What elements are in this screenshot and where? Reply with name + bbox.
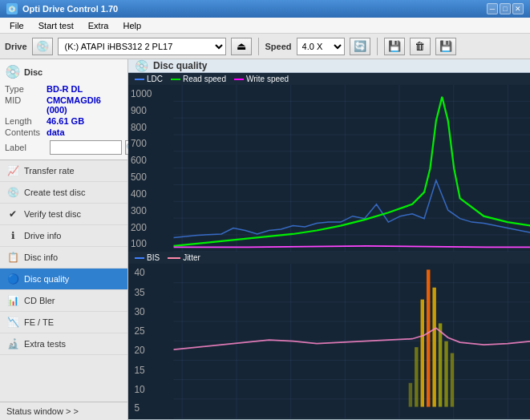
ldc-label: LDC (147, 75, 163, 83)
sidebar-item-extra-tests[interactable]: 🔬 Extra tests (0, 333, 127, 355)
eject-button[interactable]: ⏏ (231, 38, 252, 55)
mid-value: CMCMAGDI6 (000) (47, 95, 123, 115)
save-button[interactable]: 💾 (435, 38, 456, 55)
close-button[interactable]: ✕ (512, 3, 524, 14)
disc-panel: 💿 Disc Type BD-R DL MID CMCMAGDI6 (000) … (0, 59, 127, 160)
svg-rect-0 (174, 85, 530, 252)
svg-text:1000: 1000 (131, 88, 152, 99)
disc-quality-header: 💿 Disc quality (128, 59, 530, 73)
fe-te-icon: 📉 (6, 316, 19, 329)
svg-text:10: 10 (134, 384, 145, 395)
maximize-button[interactable]: □ (500, 3, 511, 14)
drive-icon: 💿 (32, 38, 53, 55)
jitter-label: Jitter (183, 253, 200, 262)
svg-text:5: 5 (134, 403, 140, 414)
menu-help[interactable]: Help (116, 19, 148, 32)
status-window-button[interactable]: Status window > > (0, 402, 127, 420)
svg-text:500: 500 (131, 172, 147, 183)
sidebar-item-transfer-rate[interactable]: 📈 Transfer rate (0, 160, 127, 182)
sidebar-item-cd-bler[interactable]: 📊 CD Bler (0, 290, 127, 312)
svg-rect-50 (451, 353, 454, 407)
svg-rect-48 (439, 324, 442, 407)
menu-extra[interactable]: Extra (82, 19, 115, 32)
chart1-wrapper: LDC Read speed Write speed (128, 73, 530, 252)
sidebar: 💿 Disc Type BD-R DL MID CMCMAGDI6 (000) … (0, 59, 128, 420)
cd-bler-icon: 📊 (6, 294, 19, 307)
svg-rect-46 (427, 270, 430, 407)
type-label: Type (5, 84, 47, 94)
refresh-button[interactable]: 🔄 (350, 38, 370, 55)
disc-button[interactable]: 💾 (384, 38, 405, 55)
separator-2 (377, 38, 378, 55)
label-label: Label (5, 143, 47, 152)
jitter-dot (168, 257, 180, 259)
svg-text:900: 900 (131, 105, 147, 116)
drive-label: Drive (5, 42, 27, 51)
write-speed-dot (234, 79, 244, 80)
svg-text:300: 300 (131, 205, 147, 216)
svg-text:200: 200 (131, 222, 147, 233)
sidebar-item-verify-test-disc[interactable]: ✔ Verify test disc (0, 204, 127, 225)
dq-title: Disc quality (153, 60, 207, 71)
menu-file[interactable]: File (3, 19, 30, 32)
chart2-svg: 40 35 30 25 20 15 10 5 20% 16% 12% 8% 4% (128, 264, 530, 418)
bis-dot (135, 257, 144, 259)
svg-rect-49 (444, 341, 447, 407)
erase-button[interactable]: 🗑 (410, 38, 431, 55)
speed-selector[interactable]: 4.0 X (297, 38, 345, 55)
toolbar: Drive 💿 (K:) ATAPI iHBS312 2 PL17 ⏏ Spee… (0, 34, 530, 59)
disc-info-icon: 📋 (6, 251, 19, 264)
drive-info-label: Drive info (24, 231, 61, 240)
svg-text:30: 30 (134, 306, 145, 317)
jitter-legend: Jitter (168, 253, 200, 262)
sidebar-item-create-test-disc[interactable]: 💿 Create test disc (0, 182, 127, 204)
create-test-disc-label: Create test disc (24, 188, 85, 197)
dq-icon: 💿 (135, 59, 148, 72)
ldc-legend: LDC (135, 75, 163, 83)
app-icon: 💿 (6, 3, 18, 14)
transfer-rate-icon: 📈 (6, 164, 19, 177)
svg-text:800: 800 (131, 122, 147, 133)
svg-text:40: 40 (134, 267, 145, 278)
disc-quality-icon: 🔵 (6, 273, 19, 285)
svg-text:700: 700 (131, 138, 147, 149)
drive-selector[interactable]: (K:) ATAPI iHBS312 2 PL17 (58, 38, 226, 55)
cd-bler-label: CD Bler (24, 296, 55, 305)
bis-label: BIS (147, 253, 160, 262)
svg-rect-51 (415, 347, 418, 406)
read-speed-legend: Read speed (171, 75, 226, 83)
transfer-rate-label: Transfer rate (24, 166, 75, 176)
charts-area: LDC Read speed Write speed (128, 73, 530, 419)
chart1-legend: LDC Read speed Write speed (128, 73, 530, 85)
svg-rect-52 (409, 383, 412, 407)
status-window-label: Status window > > (6, 406, 79, 416)
chart2-legend: BIS Jitter (128, 252, 530, 264)
chart2-wrapper: BIS Jitter 40 (128, 252, 530, 418)
menu-bar: File Start test Extra Help (0, 18, 530, 34)
contents-value: data (47, 127, 65, 137)
sidebar-item-disc-info[interactable]: 📋 Disc info (0, 247, 127, 269)
minimize-button[interactable]: ─ (487, 3, 498, 14)
svg-text:35: 35 (134, 287, 145, 298)
length-value: 46.61 GB (47, 116, 84, 126)
menu-start-test[interactable]: Start test (32, 19, 80, 32)
svg-text:400: 400 (131, 188, 147, 200)
sidebar-item-fe-te[interactable]: 📉 FE / TE (0, 312, 127, 333)
drive-info-icon: ℹ (6, 229, 19, 242)
app-title: Opti Drive Control 1.70 (22, 4, 118, 14)
sidebar-item-drive-info[interactable]: ℹ Drive info (0, 225, 127, 247)
sidebar-item-disc-quality[interactable]: 🔵 Disc quality (0, 269, 127, 290)
svg-text:600: 600 (131, 155, 147, 166)
read-speed-dot (171, 79, 180, 80)
verify-test-disc-label: Verify test disc (24, 209, 81, 219)
chart1-svg: 1000 900 800 700 600 500 400 300 200 100… (128, 85, 530, 252)
fe-te-label: FE / TE (24, 317, 54, 327)
label-input[interactable] (50, 140, 122, 155)
disc-quality-label: Disc quality (24, 274, 69, 284)
svg-text:15: 15 (134, 365, 145, 376)
create-test-disc-icon: 💿 (6, 186, 19, 199)
svg-text:20: 20 (134, 345, 145, 356)
mid-label: MID (5, 95, 47, 115)
write-speed-legend: Write speed (234, 75, 289, 83)
verify-test-disc-icon: ✔ (6, 208, 19, 220)
